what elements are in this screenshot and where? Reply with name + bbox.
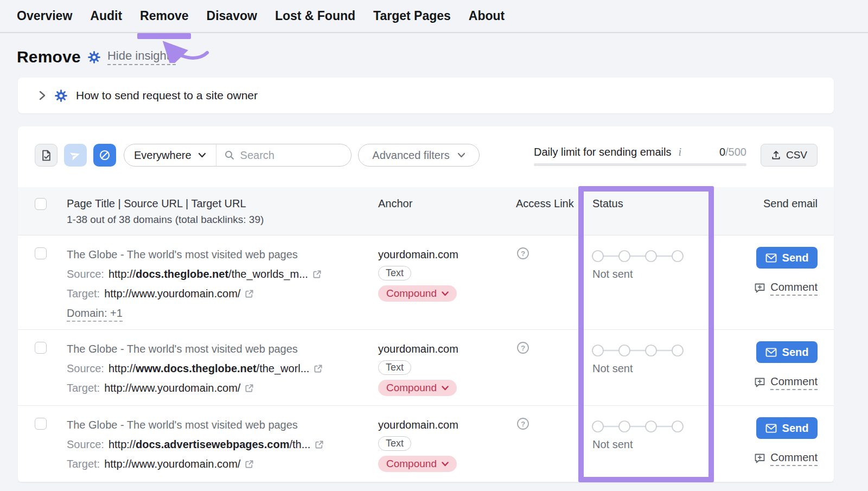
send-emails-button-disabled[interactable]	[64, 144, 87, 167]
anchor-text: yourdomain.com	[378, 248, 458, 261]
row-checkbox[interactable]	[35, 342, 47, 354]
target-label: Target:	[67, 458, 100, 470]
source-label: Source:	[67, 268, 104, 280]
comment-label: Comment	[770, 451, 818, 466]
compound-badge[interactable]: Compound	[378, 456, 457, 472]
search-scope-dropdown[interactable]: Everywhere	[124, 144, 216, 166]
annotation-active-tab-underline	[137, 33, 191, 39]
send-email-button[interactable]: Send	[756, 417, 818, 439]
chevron-right-icon[interactable]	[39, 91, 46, 100]
top-navigation: Overview Audit Remove Disavow Lost & Fou…	[0, 0, 868, 33]
anchor-text: yourdomain.com	[378, 343, 458, 355]
status-text: Not sent	[592, 268, 633, 280]
info-icon[interactable]: i	[676, 146, 683, 158]
row-checkbox[interactable]	[35, 418, 47, 430]
export-csv-button[interactable]: CSV	[761, 144, 818, 167]
anchor-text: yourdomain.com	[378, 419, 458, 431]
source-url: http://www.docs.theglobe.net/the_worl...	[108, 362, 309, 375]
compound-badge-label: Compound	[386, 458, 437, 470]
source-url: http://docs.theglobe.net/the_worlds_m...	[108, 268, 308, 280]
annotation-curved-arrow	[160, 39, 210, 63]
comment-label: Comment	[770, 281, 818, 296]
table-row: The Globe - The world's most visited web…	[18, 235, 834, 330]
tab-lost-and-found[interactable]: Lost & Found	[275, 9, 355, 23]
paper-plane-icon	[68, 148, 83, 163]
status-stepper	[591, 420, 685, 433]
chevron-down-icon	[442, 291, 449, 296]
page-title: Remove	[17, 48, 81, 66]
backlink-audit-remove-page: Overview Audit Remove Disavow Lost & Fou…	[0, 0, 868, 491]
move-to-disavow-button[interactable]	[35, 144, 58, 167]
table-row: The Globe - The world's most visited web…	[18, 406, 834, 482]
compound-badge[interactable]: Compound	[378, 380, 457, 396]
csv-label: CSV	[786, 149, 807, 161]
search-input[interactable]	[240, 149, 338, 162]
target-url: http://www.yourdomain.com/	[104, 288, 240, 300]
document-check-icon	[40, 149, 53, 162]
compound-badge[interactable]: Compound	[378, 285, 457, 302]
select-all-checkbox[interactable]	[35, 198, 47, 210]
search-box	[216, 149, 351, 162]
target-url: http://www.yourdomain.com/	[104, 458, 240, 470]
table-body: The Globe - The world's most visited web…	[18, 235, 834, 482]
block-button[interactable]	[93, 144, 116, 167]
daily-limit-progress-bar	[534, 163, 746, 166]
tab-disavow[interactable]: Disavow	[207, 9, 257, 23]
advanced-filters-label: Advanced filters	[372, 149, 449, 162]
row-checkbox[interactable]	[35, 247, 47, 259]
daily-limit-counter: 0/500	[719, 146, 746, 158]
howto-panel[interactable]: How to send request to a site owner	[18, 78, 834, 113]
status-stepper	[591, 250, 685, 263]
send-email-button[interactable]: Send	[756, 247, 818, 269]
external-link-icon[interactable]	[245, 384, 254, 393]
external-link-icon[interactable]	[315, 440, 324, 449]
daily-limit-total: /500	[725, 146, 746, 158]
backlinks-table-card: Everywhere Advanced filters	[18, 126, 834, 482]
external-link-icon[interactable]	[314, 364, 323, 373]
status-stepper	[591, 344, 685, 357]
question-circle-icon: ?	[516, 341, 529, 354]
access-link-help-icon[interactable]: ?	[516, 417, 529, 432]
table-row: The Globe - The world's most visited web…	[18, 330, 834, 406]
external-link-icon[interactable]	[245, 289, 254, 298]
external-link-icon[interactable]	[312, 270, 322, 279]
anchor-type-badge[interactable]: Text	[378, 436, 411, 451]
source-label: Source:	[67, 438, 104, 451]
status-text: Not sent	[592, 438, 633, 451]
tab-about[interactable]: About	[469, 9, 505, 23]
column-access-link: Access Link	[516, 197, 574, 210]
anchor-type-badge[interactable]: Text	[378, 266, 411, 280]
send-label: Send	[782, 422, 809, 435]
external-link-icon[interactable]	[245, 460, 254, 469]
tab-overview[interactable]: Overview	[17, 9, 72, 23]
tab-target-pages[interactable]: Target Pages	[373, 9, 451, 23]
comment-link[interactable]: Comment	[754, 281, 818, 296]
send-email-button[interactable]: Send	[756, 341, 818, 363]
gear-icon	[54, 89, 68, 103]
column-send-email: Send email	[763, 197, 818, 210]
question-circle-icon: ?	[516, 417, 529, 430]
chevron-down-icon	[198, 152, 206, 158]
status-text: Not sent	[592, 362, 633, 375]
column-anchor: Anchor	[378, 197, 412, 210]
comment-link[interactable]: Comment	[754, 375, 818, 390]
access-link-help-icon[interactable]: ?	[516, 341, 529, 356]
comment-link[interactable]: Comment	[754, 451, 818, 466]
envelope-icon	[765, 253, 777, 263]
export-icon	[771, 150, 781, 161]
target-label: Target:	[67, 382, 100, 394]
table-header: Page Title | Source URL | Target URL 1-3…	[18, 187, 834, 235]
advanced-filters-dropdown[interactable]: Advanced filters	[358, 144, 480, 167]
chevron-down-icon	[457, 152, 465, 158]
search-combo-control: Everywhere	[124, 144, 352, 167]
envelope-icon	[765, 424, 777, 433]
tab-audit[interactable]: Audit	[90, 9, 122, 23]
search-icon	[224, 150, 235, 161]
access-link-help-icon[interactable]: ?	[516, 247, 529, 262]
domain-expand-link[interactable]: Domain: +1	[67, 307, 123, 322]
anchor-type-badge[interactable]: Text	[378, 360, 411, 375]
table-row-count: 1-38 out of 38 domains (total backlinks:…	[67, 214, 264, 226]
tab-remove[interactable]: Remove	[140, 9, 188, 23]
compound-badge-label: Compound	[386, 382, 437, 394]
svg-text:?: ?	[521, 344, 525, 352]
